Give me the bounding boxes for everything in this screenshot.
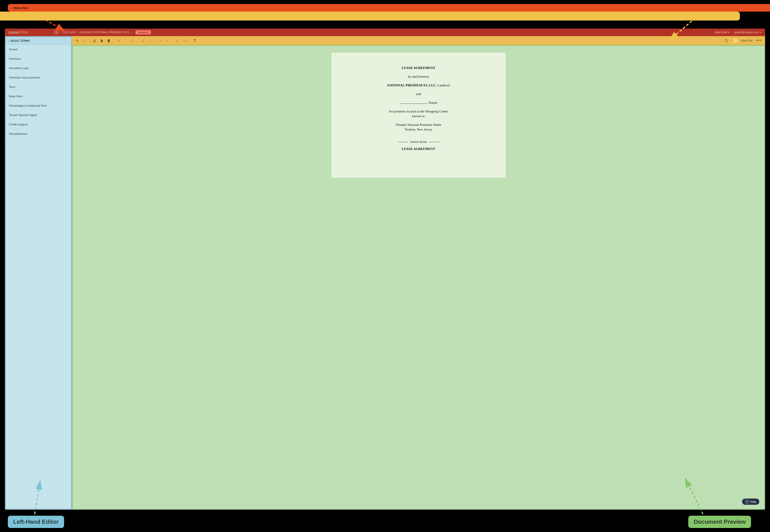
document-title: OLD NAVY - ORLANDO NATIONAL PREMIUM OUTL… [63, 31, 132, 34]
sidebar-section-header[interactable]: › BASIC TERMS [6, 37, 71, 45]
cut-button[interactable] [91, 37, 98, 44]
back-button[interactable] [54, 30, 59, 35]
search-button[interactable] [723, 37, 729, 44]
bold-button[interactable]: B [116, 37, 122, 44]
italic-icon: I [125, 39, 127, 42]
pilcrow-button[interactable]: ¶ [191, 37, 198, 44]
help-icon: ? [745, 500, 749, 503]
text-color-icon [141, 39, 145, 42]
clear-format-button[interactable] [147, 37, 153, 44]
redo-button[interactable] [81, 37, 87, 44]
cut-icon [93, 39, 96, 42]
doc-heading: LEASE AGREEMENT [347, 66, 490, 70]
copy-button[interactable] [98, 37, 105, 44]
doc-landlord-line: NATIONAL PREMIUM NJ, LLC, Landlord [347, 83, 490, 87]
section-break-marker: Section Break [347, 140, 490, 143]
svg-rect-5 [142, 42, 144, 42]
arrow-left-icon [55, 31, 58, 34]
app-window: Lease Pilot OLD NAVY - ORLANDO NATIONAL … [5, 29, 765, 510]
svg-point-1 [95, 41, 96, 42]
more-icon: ••• [756, 38, 762, 43]
sidebar-item-premises-improvements[interactable]: Premises Improvements [6, 73, 71, 82]
doc-center-city: Trenton, New Jersey [347, 128, 490, 131]
text-color-button[interactable] [140, 37, 146, 44]
numbered-list-icon [158, 39, 162, 42]
sidebar-item-list: Tenant Premises Permitted Uses Premises … [6, 45, 71, 509]
svg-point-0 [93, 41, 94, 42]
user-menu[interactable]: gsafar@shopco.com [734, 31, 761, 34]
search-icon [724, 39, 728, 42]
inline-edit-label: Inline Edit [741, 39, 752, 42]
bold-icon: B [118, 39, 120, 42]
undo-icon [75, 39, 79, 42]
redo-icon [83, 39, 86, 42]
doc-tenant-line: , Tenant [347, 101, 490, 105]
left-editor-panel: › BASIC TERMS Tenant Premises Permitted … [5, 36, 72, 510]
sidebar-item-tenant[interactable]: Tenant [6, 45, 71, 54]
inline-edit-toggle[interactable] [730, 39, 738, 43]
svg-rect-4 [108, 39, 109, 40]
increase-indent-button[interactable] [181, 37, 188, 44]
callout-toolbar: Toolbar [0, 12, 740, 21]
sidebar-item-tenant-special-rights[interactable]: Tenant Special Rights [6, 110, 71, 120]
numbered-list-button[interactable] [157, 37, 163, 44]
paste-button[interactable] [106, 37, 112, 44]
callout-doc-preview: Document Preview [688, 516, 751, 528]
brand-part2: Pilot [19, 30, 28, 35]
editor-toolbar: B I U [72, 36, 765, 45]
brand-logo[interactable]: Lease Pilot [5, 30, 31, 35]
version-badge[interactable]: Version 1 [135, 30, 151, 34]
sidebar-item-base-rent[interactable]: Base Rent [6, 92, 71, 101]
sidebar-item-miscellaneous[interactable]: Miscellaneous [6, 129, 71, 139]
copy-icon [100, 39, 103, 42]
brand-part1: Lease [8, 30, 19, 35]
doc-line-between: by and between [347, 75, 490, 79]
undo-button[interactable] [74, 37, 80, 44]
clear-format-icon [148, 39, 152, 42]
sidebar-item-term[interactable]: Term [6, 82, 71, 92]
font-style-icon [166, 39, 169, 42]
doc-premises-line1: for premises located at the Shopping Cen… [347, 110, 490, 113]
stage-dropdown[interactable]: Initial Draft [715, 31, 730, 34]
document-preview[interactable]: LEASE AGREEMENT by and between NATIONAL … [72, 45, 765, 510]
doc-line-and: and [347, 92, 490, 96]
svg-point-6 [725, 39, 727, 41]
svg-rect-2 [101, 40, 103, 42]
sidebar-header-label: BASIC TERMS [11, 39, 30, 42]
pilcrow-icon: ¶ [194, 39, 196, 43]
sidebar-item-credit-support[interactable]: Credit Support [6, 120, 71, 129]
more-menu-button[interactable]: ••• [755, 38, 763, 43]
increase-indent-icon [183, 39, 186, 42]
doc-premises-line2: known as [347, 114, 490, 118]
sidebar-item-permitted-uses[interactable]: Permitted Uses [6, 64, 71, 73]
decrease-indent-button[interactable] [174, 37, 181, 44]
chevron-right-icon: › [8, 40, 9, 42]
underline-icon: U [132, 39, 134, 42]
doc-center-name: Orlando National Premium Outlet [347, 123, 490, 127]
help-label: Help [750, 500, 756, 503]
document-page: LEASE AGREEMENT by and between NATIONAL … [331, 53, 506, 178]
status-bar: Lease Pilot OLD NAVY - ORLANDO NATIONAL … [5, 29, 765, 36]
decrease-indent-icon [176, 39, 179, 42]
doc-heading-2: LEASE AGREEMENT [347, 147, 490, 151]
help-button[interactable]: ? Help [742, 499, 759, 505]
font-style-button[interactable] [164, 37, 170, 44]
underline-button[interactable]: U [130, 37, 136, 44]
sidebar-item-premises[interactable]: Premises [6, 54, 71, 64]
sidebar-item-percentage-rent[interactable]: Percentage & Additional Rent [6, 101, 71, 110]
paste-icon [107, 39, 110, 42]
callout-status-bar: Status Bar [8, 4, 770, 12]
callout-left-editor: Left-Hand Editor [8, 516, 64, 528]
italic-button[interactable]: I [123, 37, 129, 44]
